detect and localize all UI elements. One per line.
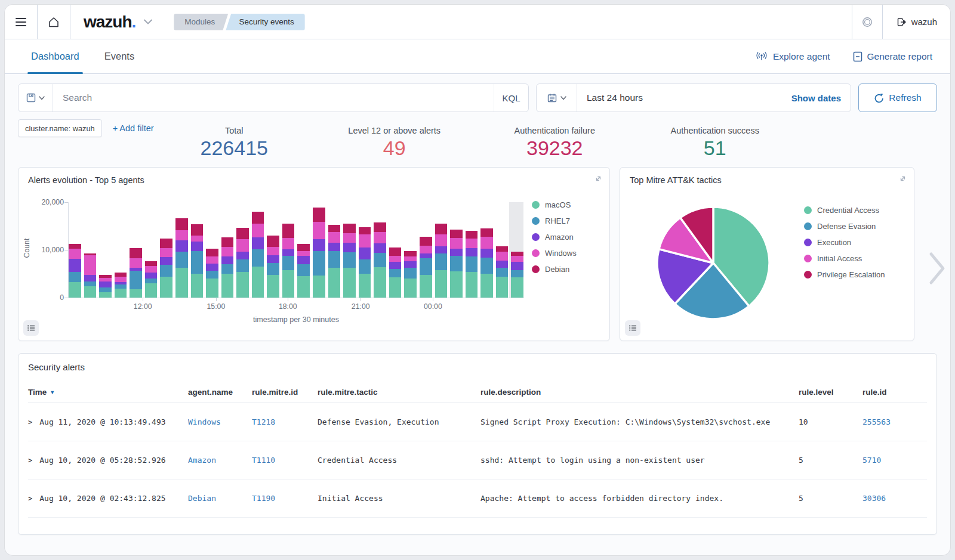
bar-segment-rhel7[interactable] (236, 259, 249, 272)
bar-segment-amazon[interactable] (404, 261, 417, 268)
bar-segment-debian[interactable] (450, 230, 463, 238)
bar-segment-rhel7[interactable] (480, 258, 493, 274)
bar-segment-debian[interactable] (389, 247, 402, 256)
bar-segment-macos[interactable] (328, 268, 341, 298)
explore-agent-button[interactable]: Explore agent (755, 51, 830, 62)
bar-segment-macos[interactable] (450, 271, 463, 298)
legend-item-windows[interactable]: Windows (532, 247, 577, 259)
bar-segment-windows[interactable] (130, 258, 142, 268)
search-input[interactable] (53, 84, 494, 112)
expand-row-icon[interactable]: > (28, 456, 32, 465)
cell-agent-name[interactable]: Windows (188, 417, 252, 426)
bar-segment-windows[interactable] (404, 256, 417, 261)
tab-dashboard[interactable]: Dashboard (31, 39, 79, 73)
home-button[interactable] (38, 5, 70, 39)
bar-stack[interactable] (435, 202, 448, 298)
column-header-rule-id[interactable]: rule.id (862, 388, 927, 397)
bar-segment-macos[interactable] (466, 272, 478, 298)
stat-auth-failure[interactable]: Authentication failure 39232 (475, 125, 635, 159)
column-header-agent-name[interactable]: agent.name (188, 388, 252, 397)
bar-stack[interactable] (175, 202, 188, 298)
bar-segment-macos[interactable] (359, 274, 371, 298)
bar-segment-debian[interactable] (435, 224, 448, 234)
bar-segment-debian[interactable] (420, 237, 432, 245)
bar-segment-amazon[interactable] (343, 243, 356, 252)
bar-segment-windows[interactable] (313, 222, 325, 240)
bar-stack[interactable] (511, 202, 523, 298)
calendar-button[interactable] (537, 84, 577, 112)
bar-segment-amazon[interactable] (420, 253, 432, 258)
bar-segment-amazon[interactable] (374, 243, 386, 253)
bar-segment-macos[interactable] (297, 276, 310, 298)
bar-segment-macos[interactable] (313, 276, 325, 298)
bar-stack[interactable] (450, 202, 463, 298)
bar-segment-rhel7[interactable] (328, 251, 341, 268)
bar-segment-windows[interactable] (191, 236, 204, 242)
tab-events[interactable]: Events (104, 39, 134, 73)
bar-stack[interactable] (130, 202, 142, 298)
bar-segment-amazon[interactable] (480, 249, 493, 258)
bar-segment-macos[interactable] (191, 274, 204, 298)
generate-report-button[interactable]: Generate report (853, 51, 932, 62)
bar-segment-amazon[interactable] (160, 257, 172, 265)
column-header-rule-mitre-tactic[interactable]: rule.mitre.tactic (318, 388, 480, 397)
bar-segment-amazon[interactable] (175, 240, 188, 252)
bar-segment-amazon[interactable] (450, 249, 463, 256)
bar-segment-amazon[interactable] (496, 261, 509, 268)
bar-segment-amazon[interactable] (435, 246, 448, 253)
bar-stack[interactable] (99, 202, 112, 298)
bar-segment-rhel7[interactable] (130, 271, 142, 289)
bar-segment-debian[interactable] (343, 224, 356, 233)
menu-button[interactable] (5, 5, 37, 39)
bar-segment-windows[interactable] (374, 232, 386, 243)
stat-level-12[interactable]: Level 12 or above alerts 49 (315, 125, 475, 159)
bar-segment-rhel7[interactable] (267, 263, 279, 275)
bar-segment-rhel7[interactable] (69, 272, 81, 283)
carousel-next-button[interactable] (929, 252, 945, 285)
bar-segment-debian[interactable] (130, 248, 142, 259)
bar-segment-macos[interactable] (282, 270, 295, 298)
bar-segment-debian[interactable] (69, 244, 81, 248)
stat-total[interactable]: Total 226415 (154, 125, 315, 159)
legend-item-debian[interactable]: Debian (532, 264, 577, 275)
bar-segment-rhel7[interactable] (313, 251, 325, 276)
bar-segment-debian[interactable] (466, 231, 478, 239)
bar-segment-windows[interactable] (511, 256, 523, 262)
bar-segment-debian[interactable] (480, 228, 493, 237)
legend-item-execution[interactable]: Execution (804, 237, 885, 248)
bar-segment-amazon[interactable] (297, 256, 310, 264)
bar-segment-windows[interactable] (115, 277, 127, 282)
bar-segment-amazon[interactable] (84, 275, 97, 281)
show-dates-button[interactable]: Show dates (791, 84, 851, 112)
bar-segment-amazon[interactable] (282, 249, 295, 255)
bar-segment-windows[interactable] (69, 249, 81, 259)
bar-stack[interactable] (466, 202, 478, 298)
bar-segment-rhel7[interactable] (160, 265, 172, 277)
logo-area[interactable]: wazuh. (70, 5, 161, 39)
bar-segment-windows[interactable] (450, 238, 463, 249)
bar-stack[interactable] (191, 202, 204, 298)
bar-segment-macos[interactable] (420, 275, 432, 298)
bar-segment-rhel7[interactable] (496, 268, 509, 277)
bar-segment-rhel7[interactable] (435, 253, 448, 270)
bar-segment-macos[interactable] (267, 275, 279, 298)
bar-segment-windows[interactable] (252, 224, 264, 237)
bar-segment-amazon[interactable] (313, 239, 325, 251)
legend-toggle-button[interactable] (23, 320, 39, 336)
bar-segment-debian[interactable] (252, 212, 264, 224)
bar-segment-macos[interactable] (160, 277, 172, 298)
stat-auth-success[interactable]: Authentication success 51 (635, 125, 796, 159)
bar-stack[interactable] (328, 202, 341, 298)
bar-segment-amazon[interactable] (69, 259, 81, 272)
bar-segment-rhel7[interactable] (175, 252, 188, 268)
bar-segment-debian[interactable] (313, 208, 325, 222)
bar-segment-macos[interactable] (404, 279, 417, 298)
bar-segment-windows[interactable] (145, 266, 158, 272)
bar-segment-macos[interactable] (84, 286, 97, 298)
legend-toggle-button[interactable] (625, 320, 640, 336)
bar-segment-windows[interactable] (282, 238, 295, 249)
bar-stack[interactable] (221, 202, 234, 298)
bar-segment-rhel7[interactable] (359, 259, 371, 274)
bar-segment-macos[interactable] (175, 268, 188, 298)
bar-stack[interactable] (496, 202, 509, 298)
